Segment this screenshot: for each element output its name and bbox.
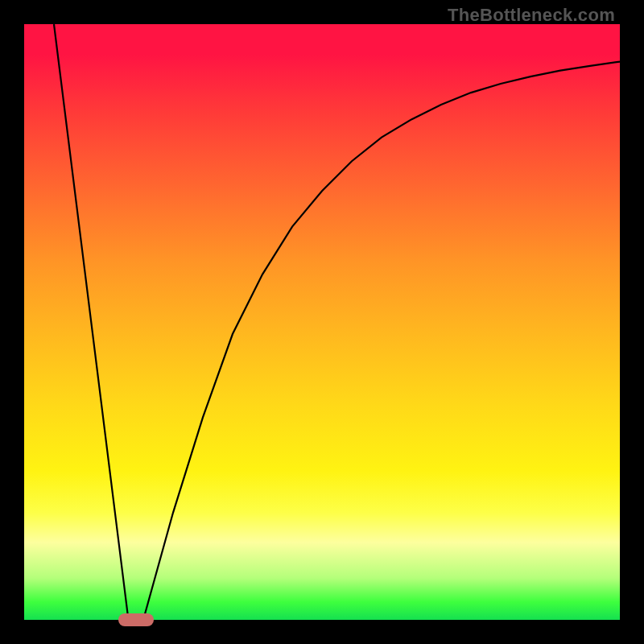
optimal-marker — [118, 613, 154, 626]
watermark-text: TheBottleneck.com — [448, 5, 615, 26]
curve-svg — [24, 24, 620, 620]
bottleneck-curve — [54, 24, 620, 620]
chart-frame: TheBottleneck.com — [0, 0, 644, 644]
